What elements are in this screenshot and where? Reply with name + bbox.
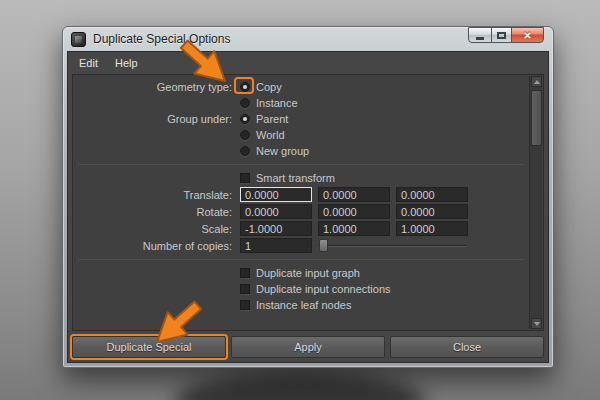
menu-edit[interactable]: Edit <box>79 57 98 69</box>
world-row: World <box>74 127 528 143</box>
scale-x-field[interactable] <box>240 221 312 236</box>
rotate-label: Rotate: <box>74 206 240 218</box>
radio-world[interactable] <box>240 130 250 140</box>
duplicate-input-graph-row: Duplicate input graph <box>74 265 528 281</box>
number-of-copies-label: Number of copies: <box>74 240 240 252</box>
vertical-scrollbar[interactable] <box>529 76 542 329</box>
group-under-row: Group under: Parent <box>74 111 528 127</box>
geometry-type-row: Geometry type: Copy <box>74 79 528 95</box>
duplicate-input-graph-label: Duplicate input graph <box>256 267 360 279</box>
close-button[interactable]: ✕ <box>511 27 544 43</box>
number-of-copies-field[interactable] <box>240 238 312 253</box>
translate-z-field[interactable] <box>396 187 468 202</box>
scroll-down-icon <box>534 322 540 326</box>
radio-parent[interactable] <box>240 114 250 124</box>
apply-button[interactable]: Apply <box>231 336 385 358</box>
radio-world-label: World <box>256 129 285 141</box>
smart-transform-checkbox[interactable] <box>240 173 250 183</box>
translate-row: Translate: <box>74 186 528 203</box>
separator <box>78 164 524 165</box>
scale-y-field[interactable] <box>318 221 390 236</box>
instance-leaf-nodes-label: Instance leaf nodes <box>256 299 351 311</box>
minimize-button[interactable] <box>468 27 492 43</box>
translate-x-field[interactable] <box>240 187 312 202</box>
footer-buttons: Duplicate Special Apply Close <box>72 336 544 358</box>
translate-label: Translate: <box>74 189 240 201</box>
number-of-copies-slider[interactable] <box>318 239 466 252</box>
app-icon <box>71 32 86 47</box>
duplicate-input-connections-row: Duplicate input connections <box>74 281 528 297</box>
scrollbar-thumb[interactable] <box>531 90 542 146</box>
desktop-shadow-blob <box>175 372 425 400</box>
instance-leaf-nodes-checkbox[interactable] <box>240 300 250 310</box>
separator <box>78 259 524 260</box>
smart-transform-label: Smart transform <box>256 172 335 184</box>
new-group-row: New group <box>74 143 528 159</box>
scale-label: Scale: <box>74 223 240 235</box>
scale-z-field[interactable] <box>396 221 468 236</box>
smart-transform-row: Smart transform <box>74 170 528 186</box>
scale-row: Scale: <box>74 220 528 237</box>
instance-row: Instance <box>74 95 528 111</box>
maximize-button[interactable] <box>491 27 512 43</box>
close-dialog-button[interactable]: Close <box>390 336 544 358</box>
window-title: Duplicate Special Options <box>93 32 230 46</box>
geometry-type-label: Geometry type: <box>74 81 240 93</box>
slider-track[interactable] <box>318 245 466 247</box>
rotate-x-field[interactable] <box>240 204 312 219</box>
duplicate-input-connections-checkbox[interactable] <box>240 284 250 294</box>
menubar: Edit Help <box>68 52 548 73</box>
radio-instance[interactable] <box>240 98 250 108</box>
duplicate-special-options-window: Duplicate Special Options ✕ Edit Help Ge… <box>62 26 554 368</box>
scroll-down-button[interactable] <box>531 318 542 329</box>
radio-instance-label: Instance <box>256 97 298 109</box>
group-under-label: Group under: <box>74 113 240 125</box>
slider-handle[interactable] <box>319 239 328 252</box>
duplicate-special-button[interactable]: Duplicate Special <box>72 336 226 358</box>
duplicate-input-graph-checkbox[interactable] <box>240 268 250 278</box>
radio-copy-label: Copy <box>256 81 282 93</box>
radio-new-group-label: New group <box>256 145 309 157</box>
radio-new-group[interactable] <box>240 146 250 156</box>
close-icon: ✕ <box>523 30 531 41</box>
radio-copy[interactable] <box>240 82 250 92</box>
instance-leaf-nodes-row: Instance leaf nodes <box>74 297 528 313</box>
radio-parent-label: Parent <box>256 113 288 125</box>
rotate-z-field[interactable] <box>396 204 468 219</box>
number-of-copies-row: Number of copies: <box>74 237 528 254</box>
translate-y-field[interactable] <box>318 187 390 202</box>
scroll-up-icon <box>534 80 540 84</box>
rotate-y-field[interactable] <box>318 204 390 219</box>
options-panel: Geometry type: Copy Instance Group under… <box>72 74 544 331</box>
maximize-icon <box>497 32 506 39</box>
scroll-up-button[interactable] <box>531 76 542 87</box>
duplicate-input-connections-label: Duplicate input connections <box>256 283 391 295</box>
menu-help[interactable]: Help <box>115 57 138 69</box>
caption-buttons: ✕ <box>469 27 544 43</box>
minimize-icon <box>476 37 484 40</box>
dialog-client-area: Edit Help Geometry type: Copy Instance G… <box>67 51 549 363</box>
rotate-row: Rotate: <box>74 203 528 220</box>
